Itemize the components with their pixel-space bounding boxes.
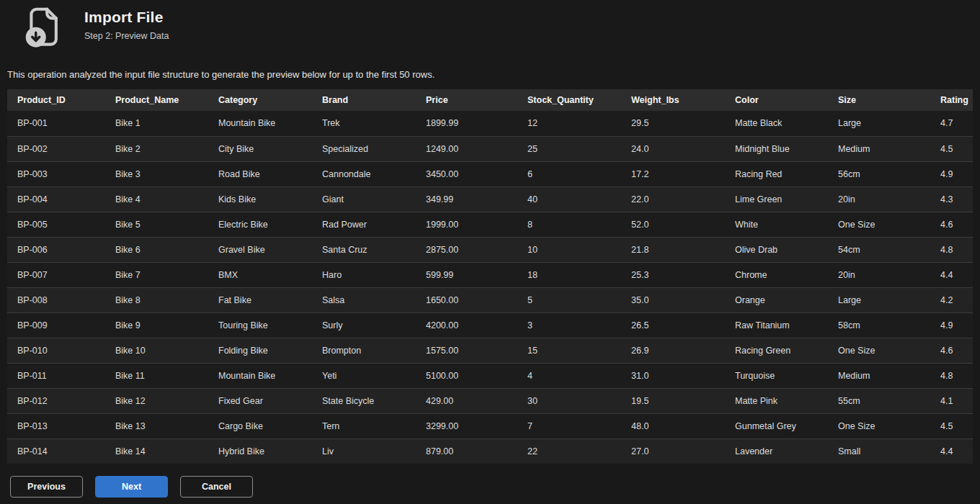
table-row: BP-012Bike 12Fixed GearState Bicycle429.… [7,388,973,413]
table-cell: Bike 14 [105,438,208,464]
table-cell: 54cm [828,237,930,262]
table-cell: Lime Green [725,186,828,212]
table-cell: Gravel Bike [208,237,312,262]
table-cell: State Bicycle [312,388,416,413]
table-cell: One Size [828,338,930,363]
column-header: Category [208,89,312,111]
import-file-dialog: Import File Step 2: Preview Data This op… [0,0,980,504]
table-cell: 2875.00 [416,237,517,262]
table-cell: Rad Power [312,212,416,237]
table-cell: 4.6 [930,338,973,363]
table-cell: 1650.00 [416,287,517,312]
table-cell: One Size [828,212,930,237]
next-button[interactable]: Next [95,476,168,498]
table-cell: Turquoise [725,363,828,388]
column-header: Product_ID [7,89,105,111]
table-cell: 40 [517,186,621,212]
table-cell: BP-008 [7,287,105,312]
table-cell: Kids Bike [208,186,312,212]
previous-button[interactable]: Previous [10,476,83,498]
table-cell: 17.2 [621,161,725,186]
table-cell: Salsa [312,287,416,312]
table-cell: Large [828,111,930,136]
table-cell: 12 [517,111,621,136]
table-cell: Bike 2 [105,136,208,161]
table-cell: Brompton [312,338,416,363]
table-cell: Large [828,287,930,312]
table-cell: BP-014 [7,438,105,464]
table-cell: 3 [517,312,621,338]
table-cell: 19.5 [621,388,725,413]
table-cell: Bike 1 [105,111,208,136]
table-cell: 27.0 [621,438,725,464]
table-cell: 349.99 [416,186,517,212]
column-header: Color [725,89,828,111]
table-cell: Hybrid Bike [208,438,312,464]
table-cell: Bike 3 [105,161,208,186]
table-cell: 7 [517,413,621,438]
preview-table: Product_IDProduct_NameCategoryBrandPrice… [7,89,973,464]
table-cell: 52.0 [621,212,725,237]
table-cell: 599.99 [416,262,517,287]
table-cell: 22.0 [621,186,725,212]
table-cell: Bike 9 [105,312,208,338]
table-cell: Racing Red [725,161,828,186]
table-cell: 25 [517,136,621,161]
wizard-footer: Previous Next Cancel [10,476,253,498]
cancel-button[interactable]: Cancel [180,476,253,498]
table-cell: Bike 5 [105,212,208,237]
page-title: Import File [84,9,169,26]
table-cell: City Bike [208,136,312,161]
column-header: Product_Name [105,89,208,111]
table-cell: BP-010 [7,338,105,363]
table-cell: Bike 10 [105,338,208,363]
table-cell: 1575.00 [416,338,517,363]
table-cell: 1249.00 [416,136,517,161]
table-row: BP-003Bike 3Road BikeCannondale3450.0061… [7,161,973,186]
table-cell: 8 [517,212,621,237]
table-cell: 4.5 [930,136,973,161]
table-cell: Haro [312,262,416,287]
column-header: Size [828,89,930,111]
table-cell: 6 [517,161,621,186]
table-cell: 4.3 [930,186,973,212]
table-cell: Road Bike [208,161,312,186]
table-cell: BP-001 [7,111,105,136]
table-row: BP-014Bike 14Hybrid BikeLiv879.002227.0L… [7,438,973,464]
table-cell: BP-013 [7,413,105,438]
table-row: BP-011Bike 11Mountain BikeYeti5100.00431… [7,363,973,388]
table-cell: Fixed Gear [208,388,312,413]
table-cell: BP-005 [7,212,105,237]
table-cell: 1999.00 [416,212,517,237]
table-row: BP-006Bike 6Gravel BikeSanta Cruz2875.00… [7,237,973,262]
column-header: Price [416,89,517,111]
table-cell: 18 [517,262,621,287]
preview-table-container: Product_IDProduct_NameCategoryBrandPrice… [7,89,973,464]
table-cell: Medium [828,363,930,388]
table-row: BP-001Bike 1Mountain BikeTrek1899.991229… [7,111,973,136]
table-cell: Liv [312,438,416,464]
table-cell: 4.9 [930,161,973,186]
table-row: BP-010Bike 10Folding BikeBrompton1575.00… [7,338,973,363]
table-cell: 5100.00 [416,363,517,388]
table-cell: 4.4 [930,438,973,464]
table-cell: Fat Bike [208,287,312,312]
table-cell: 31.0 [621,363,725,388]
table-row: BP-002Bike 2City BikeSpecialized1249.002… [7,136,973,161]
table-cell: 879.00 [416,438,517,464]
table-cell: Bike 11 [105,363,208,388]
table-cell: 4.9 [930,312,973,338]
table-cell: 58cm [828,312,930,338]
column-header: Brand [312,89,416,111]
table-cell: BP-011 [7,363,105,388]
table-cell: Touring Bike [208,312,312,338]
table-cell: 21.8 [621,237,725,262]
column-header: Rating [930,89,973,111]
table-cell: Racing Green [725,338,828,363]
table-cell: Cargo Bike [208,413,312,438]
table-cell: Mountain Bike [208,111,312,136]
table-row: BP-004Bike 4Kids BikeGiant349.994022.0Li… [7,186,973,212]
table-cell: 22 [517,438,621,464]
table-cell: 1899.99 [416,111,517,136]
table-cell: 4.8 [930,363,973,388]
